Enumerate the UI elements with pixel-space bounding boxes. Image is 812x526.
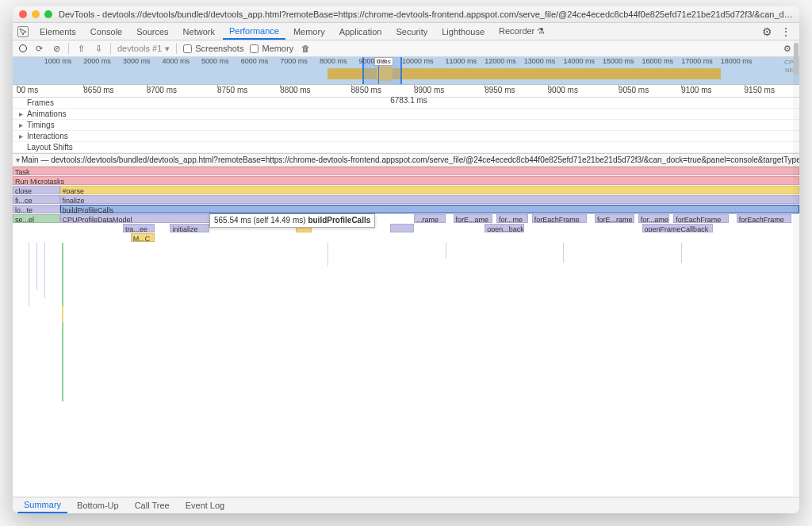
flame-side-se[interactable]: se...el: [13, 214, 60, 223]
details-tabs: Summary Bottom-Up Call Tree Event Log: [13, 497, 799, 513]
btab-calltree[interactable]: Call Tree: [128, 498, 176, 513]
perf-toolbar: ⟳ ⊘ ⇧ ⇩ devtools #1▾ Screenshots Memory …: [13, 40, 799, 57]
scrollbar-vertical[interactable]: [793, 41, 799, 496]
inspect-element-icon[interactable]: [17, 26, 29, 37]
record-icon[interactable]: [19, 44, 27, 52]
window-title: DevTools - devtools://devtools/bundled/d…: [59, 10, 793, 19]
zoom-window-icon[interactable]: [44, 10, 52, 18]
upload-icon[interactable]: ⇧: [75, 43, 86, 54]
tracks-panel: Frames ▸Animations ▸Timings ▸Interaction…: [13, 98, 799, 154]
clear-icon[interactable]: ⊘: [51, 43, 62, 54]
trash-icon[interactable]: 🗑: [300, 43, 311, 54]
settings-icon[interactable]: ⚙: [759, 25, 776, 38]
flame-rame-5[interactable]: for...ame: [638, 214, 670, 223]
flame-tra[interactable]: tra...ee: [123, 224, 155, 232]
flame-side-lo[interactable]: lo...te: [13, 205, 60, 213]
close-window-icon[interactable]: [19, 10, 27, 18]
detail-ruler[interactable]: 00 ms 8650 ms 8700 ms 8750 ms 8800 ms 88…: [13, 85, 799, 98]
devtools-window: DevTools - devtools://devtools/bundled/d…: [13, 6, 799, 513]
timeline-overview[interactable]: CPU NET 0 ms 1000 ms 2000 ms 3000 ms 400…: [13, 57, 799, 85]
flame-initialize[interactable]: initialize: [170, 224, 209, 232]
btab-eventlog[interactable]: Event Log: [179, 498, 232, 513]
flame-rame-4[interactable]: forE...rame: [595, 214, 634, 223]
flame-chart[interactable]: Task Run Microtasks close #parse fi...ce…: [13, 167, 799, 497]
flame-finalize[interactable]: finalize: [60, 195, 799, 204]
tab-sources[interactable]: Sources: [130, 25, 174, 39]
traffic-lights: [19, 10, 52, 18]
scrollbar-thumb[interactable]: [794, 43, 799, 75]
track-animations[interactable]: ▸Animations: [13, 109, 799, 120]
minimize-window-icon[interactable]: [32, 10, 40, 18]
tab-security[interactable]: Security: [389, 25, 434, 39]
flame-mc[interactable]: M...C: [131, 233, 155, 242]
flame-openback[interactable]: open...back: [485, 224, 524, 232]
main-thread-header[interactable]: ▾Main — devtools://devtools/bundled/devt…: [13, 154, 799, 167]
flame-buildprofilecalls-selected[interactable]: buildProfileCalls: [60, 205, 799, 213]
devtools-tabs: Elements Console Sources Network Perform…: [13, 23, 799, 40]
profile-select[interactable]: devtools #1▾: [117, 44, 170, 54]
tab-memory[interactable]: Memory: [287, 25, 331, 39]
btab-summary[interactable]: Summary: [17, 497, 67, 513]
track-layout-shifts[interactable]: Layout Shifts: [13, 142, 799, 153]
tab-performance[interactable]: Performance: [223, 24, 285, 40]
btab-bottomup[interactable]: Bottom-Up: [71, 498, 125, 513]
download-icon[interactable]: ⇩: [93, 43, 104, 54]
flame-rame-0[interactable]: ...rame: [414, 214, 446, 223]
titlebar: DevTools - devtools://devtools/bundled/d…: [13, 6, 799, 23]
tab-network[interactable]: Network: [177, 25, 221, 39]
tab-application[interactable]: Application: [333, 25, 389, 39]
flame-side-fi[interactable]: fi...ce: [13, 195, 60, 204]
flame-rame-1[interactable]: forE...ame: [454, 214, 493, 223]
kebab-menu-icon[interactable]: ⋮: [777, 25, 795, 38]
flame-openframecallback[interactable]: openFrameCallback: [642, 224, 713, 232]
screenshots-checkbox[interactable]: Screenshots: [183, 44, 243, 53]
flame-side-close[interactable]: close: [13, 186, 60, 194]
capture-settings-icon[interactable]: ⚙: [782, 43, 793, 54]
tab-console[interactable]: Console: [84, 25, 128, 39]
flame-chunk-a[interactable]: [390, 224, 414, 232]
tab-recorder[interactable]: Recorder ⚗: [492, 24, 551, 39]
flame-microtasks[interactable]: Run Microtasks: [15, 178, 64, 185]
flame-rame-3[interactable]: forEachFrame: [532, 214, 587, 223]
reload-icon[interactable]: ⟳: [33, 43, 44, 54]
flame-task[interactable]: Task: [15, 168, 30, 175]
tab-lighthouse[interactable]: Lighthouse: [435, 25, 491, 39]
flame-rame-6[interactable]: forEachFrame: [673, 214, 728, 223]
track-interactions[interactable]: ▸Interactions: [13, 131, 799, 142]
memory-checkbox[interactable]: Memory: [250, 44, 293, 53]
flame-tooltip: 565.54 ms (self 14.49 ms) buildProfileCa…: [209, 213, 375, 228]
flame-rame-7[interactable]: forEachFrame: [737, 214, 791, 223]
flame-rame-2[interactable]: for...me: [496, 214, 528, 223]
flame-parse[interactable]: #parse: [60, 186, 799, 194]
ruler-cursor-time: 6783.1 ms: [390, 96, 427, 105]
track-timings[interactable]: ▸Timings: [13, 120, 799, 131]
tab-elements[interactable]: Elements: [33, 25, 82, 39]
